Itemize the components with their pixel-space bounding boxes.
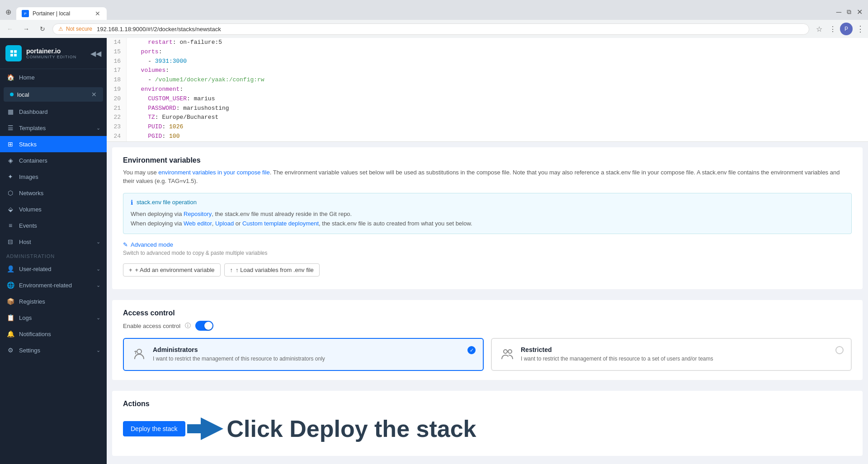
access-cards: Administrators I want to restrict the ma…: [123, 338, 852, 371]
tab-title: Portainer | local: [33, 10, 90, 17]
home-icon: 🏠: [6, 73, 14, 81]
code-line-19: 19 environment:: [107, 85, 868, 94]
extensions-icon: ⋮: [829, 25, 836, 33]
user-related-icon: 👤: [6, 265, 14, 273]
annotation-text: Click Deploy the stack: [227, 415, 476, 442]
restricted-desc: I want to restrict the management of thi…: [521, 355, 830, 363]
access-card-administrators[interactable]: Administrators I want to restrict the ma…: [123, 338, 484, 371]
help-icon: ⓘ: [185, 322, 191, 330]
back-button[interactable]: ←: [4, 23, 16, 35]
logs-icon: 📋: [6, 314, 14, 322]
enable-access-toggle[interactable]: [195, 321, 213, 331]
sidebar-logo: portainer.io COMMUNITY EDITION ◀◀: [0, 38, 107, 69]
code-line-18: 18 - /volume1/docker/yaak:/config:rw: [107, 75, 868, 85]
forward-button[interactable]: →: [20, 23, 33, 35]
env-compose-link[interactable]: environment variables in your compose fi…: [158, 169, 269, 176]
sidebar-item-networks[interactable]: ⬡ Networks: [0, 185, 107, 201]
containers-icon: ◈: [6, 156, 14, 164]
dashboard-icon: ▦: [6, 108, 14, 116]
notifications-icon: 🔔: [6, 330, 14, 338]
host-chevron-icon: ⌄: [96, 239, 100, 245]
svg-marker-6: [187, 417, 223, 440]
sidebar-item-dashboard[interactable]: ▦ Dashboard: [0, 103, 107, 120]
refresh-button[interactable]: ↻: [36, 23, 49, 35]
security-label: Not secure: [66, 26, 92, 32]
repository-link[interactable]: Repository: [184, 211, 212, 217]
web-editor-link[interactable]: Web editor: [184, 220, 212, 227]
sidebar-item-stacks[interactable]: ⊞ Stacks: [0, 136, 107, 152]
environment-close-icon[interactable]: ✕: [91, 91, 97, 98]
toggle-knob: [204, 322, 212, 330]
close-button[interactable]: ✕: [855, 6, 864, 18]
administrators-radio: ✓: [467, 346, 476, 354]
sidebar-collapse-button[interactable]: ◀◀: [90, 49, 101, 58]
environment-related-icon: 🌐: [6, 281, 14, 289]
main-content: 14 restart: on-failure:5 15 ports: 16 - …: [107, 38, 868, 464]
administrators-title: Administrators: [153, 346, 462, 353]
sidebar-item-settings[interactable]: ⚙ Settings ⌄: [0, 342, 107, 358]
deploy-stack-button[interactable]: Deploy the stack: [123, 421, 185, 436]
browser-tab[interactable]: P Portainer | local ✕: [16, 7, 107, 20]
browser-tabs: ⊕ P Portainer | local ✕ ─ ⧉ ✕: [0, 0, 868, 20]
sidebar-item-volumes[interactable]: ⬙ Volumes: [0, 201, 107, 217]
upload-link[interactable]: Upload: [215, 220, 234, 227]
code-line-15: 15 ports:: [107, 47, 868, 57]
browser-chrome: ⊕ P Portainer | local ✕ ─ ⧉ ✕ ← → ↻ ⚠ No…: [0, 0, 868, 38]
code-line-17: 17 volumes:: [107, 66, 868, 75]
deploy-row: Deploy the stack Click Deploy the stack: [123, 415, 852, 442]
add-env-variable-button[interactable]: + + Add an environment variable: [123, 263, 221, 277]
images-icon: ✦: [6, 173, 14, 181]
tab-close-button[interactable]: ✕: [94, 10, 101, 17]
stackenv-info-box: ℹ stack.env file operation When deployin…: [123, 193, 852, 234]
administrators-card-body: Administrators I want to restrict the ma…: [153, 346, 462, 363]
custom-template-link[interactable]: Custom template deployment: [242, 220, 319, 227]
address-bar[interactable]: ⚠ Not secure 192.168.1.18:9000/#!/2/dock…: [52, 23, 809, 35]
events-icon: ≡: [6, 221, 14, 230]
profile-button[interactable]: P: [840, 23, 853, 35]
sidebar-item-logs[interactable]: 📋 Logs ⌄: [0, 309, 107, 326]
arrow-icon: [187, 415, 223, 442]
administrators-desc: I want to restrict the management of thi…: [153, 355, 462, 363]
security-icon: ⚠: [58, 26, 63, 32]
sidebar-item-templates[interactable]: ☰ Templates ⌄: [0, 120, 107, 136]
tab-favicon: P: [22, 10, 29, 17]
environment-dot: [10, 93, 14, 96]
app-body: portainer.io COMMUNITY EDITION ◀◀ 🏠 Home…: [0, 38, 868, 464]
sidebar-item-host[interactable]: ⊟ Host ⌄: [0, 234, 107, 250]
administrators-icon: [131, 346, 147, 362]
logo-brand: portainer.io: [26, 47, 76, 55]
sidebar-item-user-related[interactable]: 👤 User-related ⌄: [0, 261, 107, 277]
sidebar-item-events[interactable]: ≡ Events: [0, 217, 107, 234]
logo-area: portainer.io COMMUNITY EDITION: [5, 45, 76, 61]
info-box-content: When deploying via Repository, the stack…: [131, 210, 844, 229]
code-line-14: 14 restart: on-failure:5: [107, 38, 868, 47]
code-lines: 14 restart: on-failure:5 15 ports: 16 - …: [107, 38, 868, 141]
sidebar-environment-header[interactable]: local ✕: [4, 87, 103, 102]
sidebar-item-containers[interactable]: ◈ Containers: [0, 152, 107, 169]
sidebar-item-notifications[interactable]: 🔔 Notifications: [0, 326, 107, 342]
templates-chevron-icon: ⌄: [96, 125, 100, 131]
volumes-icon: ⬙: [6, 205, 14, 213]
templates-icon: ☰: [6, 124, 14, 132]
sidebar-item-home[interactable]: 🏠 Home: [0, 69, 107, 85]
restricted-card-body: Restricted I want to restrict the manage…: [521, 346, 830, 363]
code-line-21: 21 PASSWORD: mariushosting: [107, 104, 868, 113]
env-buttons-group: + + Add an environment variable ↑ ↑ Load…: [123, 263, 852, 277]
portainer-logo-icon: [5, 45, 22, 61]
sidebar-item-images[interactable]: ✦ Images: [0, 169, 107, 185]
bookmark-button[interactable]: ☆: [813, 23, 826, 35]
menu-button[interactable]: ⋮: [856, 24, 864, 34]
check-icon: ✓: [470, 347, 474, 353]
advanced-mode-link[interactable]: ✎ Advanced mode: [123, 241, 173, 248]
sidebar-item-registries[interactable]: 📦 Registries: [0, 293, 107, 309]
load-env-file-button[interactable]: ↑ ↑ Load variables from .env file: [224, 263, 320, 277]
access-card-restricted[interactable]: Restricted I want to restrict the manage…: [491, 338, 852, 371]
code-line-20: 20 CUSTOM_USER: marius: [107, 94, 868, 104]
info-line-1: When deploying via Repository, the stack…: [131, 210, 844, 219]
sidebar-item-environment-related[interactable]: 🌐 Environment-related ⌄: [0, 277, 107, 293]
minimize-button[interactable]: ─: [835, 6, 843, 18]
access-control-section: Access control Enable access control ⓘ: [112, 300, 863, 380]
restore-button[interactable]: ⧉: [845, 6, 853, 18]
code-editor: 14 restart: on-failure:5 15 ports: 16 - …: [107, 38, 868, 142]
access-control-title: Access control: [123, 309, 852, 317]
